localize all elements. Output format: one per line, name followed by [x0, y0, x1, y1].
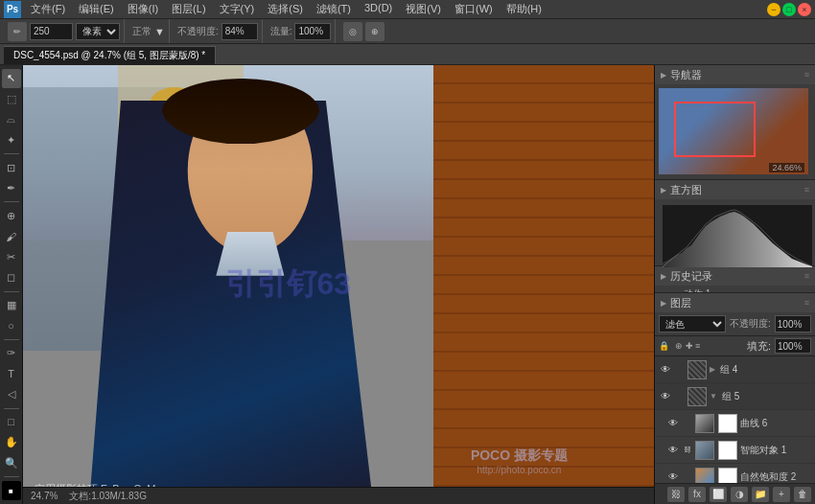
- tablet-icon[interactable]: ⊕: [365, 22, 384, 41]
- tool-section-extra: ◎ ⊕: [339, 19, 388, 43]
- menu-window[interactable]: 窗口(W): [449, 1, 499, 17]
- layer-item-group5[interactable]: 👁 ▼ 组 5: [655, 383, 815, 410]
- layers-delete-btn[interactable]: 🗑: [794, 487, 811, 502]
- layer-link-group5: [675, 390, 685, 403]
- layers-panel-header[interactable]: ▶ 图层 ≡: [655, 293, 815, 312]
- layers-footer: ⛓ fx ⬜ ◑ 📁 + 🗑: [655, 483, 815, 504]
- tool-dodge[interactable]: ○: [2, 316, 21, 335]
- tool-crop[interactable]: ⊡: [2, 158, 21, 177]
- mode-dropdown-arrow[interactable]: ▼: [154, 26, 165, 37]
- tool-separator-4: [4, 339, 19, 340]
- layer-thumb-smart1: [695, 441, 714, 460]
- tool-eraser[interactable]: ◻: [2, 268, 21, 287]
- tool-move[interactable]: ↖: [2, 69, 21, 88]
- histogram-options-icon[interactable]: ≡: [804, 185, 809, 195]
- menu-help[interactable]: 帮助(H): [501, 1, 547, 17]
- poco-watermark: POCO 摄影专题 http://photo.poco.cn: [471, 447, 568, 475]
- tool-type[interactable]: T: [2, 364, 21, 383]
- tool-eyedropper[interactable]: ✒: [2, 179, 21, 198]
- close-button[interactable]: ×: [798, 3, 811, 16]
- flow-input[interactable]: 100%: [294, 23, 331, 40]
- layer-item-smart1[interactable]: 👁 ⛓ 智能对象 1: [655, 437, 815, 464]
- layer-name-group4: 组 4: [720, 363, 811, 377]
- fill-value-input[interactable]: 100%: [775, 338, 811, 354]
- tool-separator-3: [4, 291, 19, 292]
- blend-mode-select[interactable]: 滤色: [659, 315, 726, 332]
- layer-eye-vibrance2[interactable]: 👁: [666, 470, 680, 484]
- layers-mask-btn[interactable]: ⬜: [710, 487, 727, 502]
- navigator-panel-header[interactable]: ▶ 导航器 ≡: [655, 65, 815, 84]
- toolbox: ↖ ⬚ ⌓ ✦ ⊡ ✒ ⊕ 🖌 ✂ ◻ ▦ ○ ✑ T ◁ □ ✋ 🔍 ■: [0, 65, 23, 504]
- histogram-expand-arrow: ▶: [661, 186, 666, 195]
- history-panel-header[interactable]: ▶ 历史记录 ≡: [655, 266, 815, 286]
- layer-thumb-vibrance2: [695, 468, 714, 484]
- layer-eye-smart1[interactable]: 👁: [666, 444, 680, 457]
- tool-spot-heal[interactable]: ⊕: [2, 206, 21, 225]
- menu-filter[interactable]: 滤镜(T): [311, 1, 357, 17]
- lock-icons2: ⊕ ✚ ≡: [675, 341, 700, 351]
- navigator-expand-arrow: ▶: [661, 71, 666, 80]
- layer-item-group4[interactable]: 👁 ▶ 组 4: [655, 356, 815, 383]
- tool-section-flow: 流量: 100%: [267, 19, 337, 43]
- layers-options-icon[interactable]: ≡: [804, 298, 809, 308]
- layers-fx-btn[interactable]: fx: [688, 487, 706, 502]
- airbrush-icon[interactable]: ◎: [343, 22, 362, 41]
- maximize-button[interactable]: □: [782, 3, 796, 16]
- menu-view[interactable]: 视图(V): [400, 1, 447, 17]
- tool-zoom[interactable]: 🔍: [2, 454, 21, 473]
- group4-arrow[interactable]: ▶: [710, 365, 715, 374]
- layers-adjust-btn[interactable]: ◑: [731, 487, 748, 502]
- flow-label: 流量:: [270, 25, 292, 38]
- tool-clone[interactable]: ✂: [2, 248, 21, 267]
- layer-eye-curves6[interactable]: 👁: [666, 417, 680, 430]
- menu-3d[interactable]: 3D(D): [359, 1, 398, 17]
- window-controls: − □ ×: [767, 3, 811, 16]
- tool-marquee[interactable]: ⬚: [2, 90, 21, 109]
- layers-group-btn[interactable]: 📁: [752, 487, 769, 502]
- brush-unit-select[interactable]: 像素: [76, 23, 120, 40]
- tool-gradient[interactable]: ▦: [2, 296, 21, 315]
- menu-layer[interactable]: 图层(L): [166, 1, 211, 17]
- tool-magic-wand[interactable]: ✦: [2, 131, 21, 150]
- tab-bar: DSC_4554.psd @ 24.7% (组 5, 图层蒙版/8) *: [0, 44, 815, 65]
- tool-hand[interactable]: ✋: [2, 433, 21, 452]
- opacity-value-input[interactable]: 100%: [775, 315, 811, 332]
- histogram-panel-header[interactable]: ▶ 直方图 ≡: [655, 180, 815, 199]
- menu-type[interactable]: 文字(Y): [214, 1, 261, 17]
- right-panels: ▶ 导航器 ≡ 24.66% ▶ 直方图 ≡: [654, 65, 815, 504]
- navigator-options-icon[interactable]: ≡: [804, 70, 809, 80]
- opacity-input[interactable]: 84%: [221, 23, 258, 40]
- tool-fg-color[interactable]: ■: [2, 481, 21, 500]
- group5-arrow[interactable]: ▼: [710, 392, 717, 401]
- brush-size-input[interactable]: 250: [30, 23, 73, 40]
- file-tab-active[interactable]: DSC_4554.psd @ 24.7% (组 5, 图层蒙版/8) *: [4, 46, 216, 64]
- tool-pen[interactable]: ✑: [2, 344, 21, 363]
- minimize-button[interactable]: −: [767, 3, 780, 16]
- layer-item-vibrance2[interactable]: 👁 自然饱和度 2: [655, 464, 815, 483]
- opacity-label: 不透明度:: [177, 25, 219, 38]
- poco-line2: http://photo.poco.cn: [471, 465, 568, 475]
- photo-stamp: 引引钌63: [225, 263, 352, 306]
- layer-name-smart1: 智能对象 1: [740, 444, 811, 457]
- layers-link-btn[interactable]: ⛓: [667, 487, 685, 502]
- menu-edit[interactable]: 编辑(E): [73, 1, 120, 17]
- tool-shape[interactable]: □: [2, 413, 21, 432]
- tool-lasso[interactable]: ⌓: [2, 110, 21, 129]
- history-item-action1[interactable]: ▶动作 1: [655, 286, 815, 293]
- layer-item-curves6[interactable]: 👁 曲线 6: [655, 410, 815, 437]
- tool-brush[interactable]: 🖌: [2, 227, 21, 246]
- layers-new-btn[interactable]: +: [773, 487, 790, 502]
- layer-eye-group5[interactable]: 👁: [659, 390, 672, 403]
- tool-path-select[interactable]: ◁: [2, 385, 21, 404]
- status-bar: 24.7% 文档:1.03M/1.83G: [23, 487, 654, 504]
- layer-link-smart1: ⛓: [683, 444, 692, 457]
- menu-select[interactable]: 选择(S): [262, 1, 309, 17]
- menu-file[interactable]: 文件(F): [25, 1, 71, 17]
- history-options-icon[interactable]: ≡: [804, 271, 809, 281]
- menu-image[interactable]: 图像(I): [122, 1, 164, 17]
- history-panel: ▶ 历史记录 ≡ ▶动作 1 起始 scharif auto1 ▼autoski…: [655, 266, 815, 293]
- layer-eye-group4[interactable]: 👁: [659, 363, 672, 377]
- histogram-chart: [663, 205, 812, 267]
- brush-icon[interactable]: ✏: [8, 22, 27, 41]
- nav-thumb-viewport-rect[interactable]: [674, 102, 757, 158]
